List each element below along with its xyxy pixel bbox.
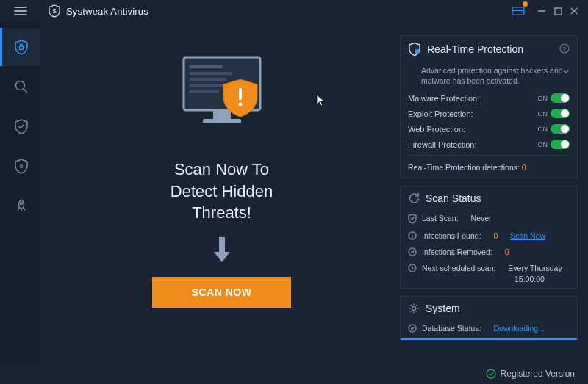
svg-rect-3 <box>555 8 562 15</box>
card-icon <box>512 6 525 16</box>
scan-headline: Scan Now To Detect Hidden Threats! <box>171 159 273 224</box>
svg-rect-15 <box>203 119 241 123</box>
shield-check-small-icon <box>408 214 417 224</box>
close-button[interactable] <box>566 3 582 19</box>
svg-rect-9 <box>190 65 222 68</box>
svg-rect-11 <box>190 78 226 81</box>
svg-point-26 <box>412 307 416 311</box>
toggle-row-web: Web Protection: ON <box>401 121 577 137</box>
info-icon <box>408 231 417 240</box>
toggle-exploit[interactable] <box>551 109 570 118</box>
svg-rect-4 <box>20 46 24 50</box>
divider <box>408 155 570 156</box>
toggle-row-exploit: Exploit Protection: ON <box>401 106 577 121</box>
clock-icon <box>408 264 417 272</box>
detections-count: 0 <box>522 163 526 172</box>
check-circle-green-icon <box>486 369 496 379</box>
sidebar-item-protection[interactable] <box>0 107 40 145</box>
svg-rect-16 <box>239 88 242 100</box>
headline-line-1: Scan Now To <box>171 159 273 181</box>
toggle-state: ON <box>538 126 548 133</box>
shield-check-icon <box>14 118 29 134</box>
svg-text:?: ? <box>562 45 566 52</box>
titlebar: S Systweak Antivirus <box>0 0 588 22</box>
svg-rect-10 <box>190 72 232 75</box>
maximize-icon <box>554 7 562 15</box>
status-last-scan: Last Scan: Never <box>401 210 577 228</box>
footer-registered: Registered Version <box>501 369 575 379</box>
svg-point-28 <box>487 369 495 378</box>
right-pane: i Real-Time Protection ? Advanced protec… <box>400 35 578 356</box>
panel-title-system: System <box>426 303 460 314</box>
toggle-row-firewall: Firewall Protection: ON <box>401 137 577 152</box>
hamburger-icon <box>14 6 27 16</box>
down-arrow-icon <box>211 236 233 267</box>
svg-text:S: S <box>52 7 57 15</box>
refresh-icon <box>408 192 420 204</box>
panel-realtime: i Real-Time Protection ? Advanced protec… <box>400 35 578 178</box>
footer: Registered Version <box>0 363 588 384</box>
toggle-row-malware: Malware Protection: ON <box>401 90 577 106</box>
scan-now-button[interactable]: SCAN NOW <box>152 277 292 308</box>
svg-rect-18 <box>219 237 225 252</box>
panel-system: System Database Status: Downloading... <box>400 296 578 340</box>
toggle-state: ON <box>538 141 548 148</box>
svg-point-7 <box>21 203 23 205</box>
app-logo-icon: S <box>49 5 60 17</box>
svg-rect-2 <box>512 10 524 11</box>
check-circle-icon <box>408 324 417 333</box>
headline-line-3: Threats! <box>171 202 273 224</box>
svg-point-5 <box>16 81 25 90</box>
app-title: Systweak Antivirus <box>66 6 148 17</box>
sidebar-item-scan[interactable] <box>0 68 40 106</box>
download-progress-bar <box>401 338 577 340</box>
search-icon <box>14 79 29 94</box>
toggle-state: ON <box>538 95 548 102</box>
toggle-label: Exploit Protection: <box>408 109 538 118</box>
status-infections-found: Infections Found: 0 Scan Now <box>401 228 577 244</box>
panel-title-rtp: Real-Time Protection <box>427 43 523 55</box>
sidebar: e <box>0 22 40 363</box>
panel-title-scan-status: Scan Status <box>426 192 481 204</box>
svg-text:e: e <box>19 162 23 170</box>
sidebar-item-quarantine[interactable]: e <box>0 147 40 185</box>
toggle-label: Firewall Protection: <box>408 140 538 149</box>
svg-point-17 <box>238 103 242 106</box>
status-next-scan: Next scheduled scan: Every Thursday <box>401 260 577 276</box>
help-rtp-button[interactable]: ? <box>559 43 570 56</box>
toggle-firewall[interactable] <box>551 140 570 149</box>
panel-scan-status: Scan Status Last Scan: Never Infections … <box>400 186 578 289</box>
close-icon <box>570 7 578 15</box>
db-status-value: Downloading... <box>493 324 544 333</box>
shield-alert-icon: i <box>408 42 421 57</box>
status-next-scan-time: 15:00:00 <box>401 275 577 283</box>
rtp-detections: Real-Time Protection detections: 0 <box>401 159 577 178</box>
maximize-button[interactable] <box>550 3 566 19</box>
panel-subtitle-rtp[interactable]: Advanced protection against hackers and … <box>401 62 577 90</box>
toggle-label: Web Protection: <box>408 125 538 134</box>
status-infections-removed: Infections Removed: 0 <box>401 244 577 260</box>
content: Scan Now To Detect Hidden Threats! SCAN … <box>40 22 588 363</box>
hamburger-menu-button[interactable] <box>0 0 40 22</box>
sidebar-item-boost[interactable] <box>0 186 40 225</box>
minimize-icon <box>537 7 546 15</box>
status-db: Database Status: Downloading... <box>401 320 577 334</box>
left-pane: Scan Now To Detect Hidden Threats! SCAN … <box>51 35 392 356</box>
check-circle-icon <box>408 247 417 256</box>
scan-now-link[interactable]: Scan Now <box>510 231 545 240</box>
headline-line-2: Detect Hidden <box>171 181 273 203</box>
premium-button[interactable] <box>510 3 526 19</box>
shield-e-icon: e <box>14 158 29 174</box>
gear-icon <box>408 303 420 314</box>
minimize-button[interactable] <box>534 3 550 19</box>
toggle-malware[interactable] <box>551 93 570 103</box>
toggle-web[interactable] <box>551 124 570 134</box>
sidebar-item-home[interactable] <box>0 28 40 66</box>
svg-rect-14 <box>213 110 231 119</box>
toggle-label: Malware Protection: <box>408 94 538 103</box>
cursor-icon <box>316 94 326 107</box>
svg-rect-13 <box>190 90 219 93</box>
rocket-icon <box>14 198 29 214</box>
chevron-down-icon <box>562 65 570 76</box>
monitor-illustration <box>171 51 273 142</box>
